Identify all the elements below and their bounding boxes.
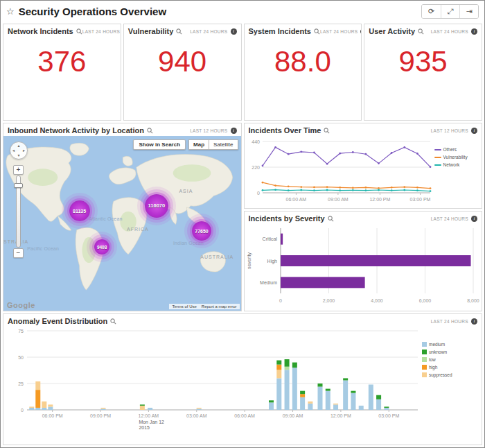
bottom-row: Anomaly Event Distribution LAST 24 HOURS… [3, 313, 482, 445]
magnifier-icon[interactable] [176, 28, 182, 35]
legend-item-medium[interactable]: medium [422, 342, 475, 347]
legend-label: Network [443, 162, 460, 167]
time-range-label: LAST 24 HOURS [190, 29, 227, 34]
legend-item-vulnerability[interactable]: Vulnerability [434, 155, 479, 160]
map-panel: Inbound Network Activity by Location LAS… [3, 123, 242, 311]
info-icon[interactable]: i [231, 28, 237, 35]
svg-text:12:00 AM: 12:00 AM [139, 413, 159, 418]
legend-label: low [429, 357, 436, 362]
incidents-by-severity-chart[interactable]: 02,0004,0006,0008,000CriticalHighMediums… [245, 224, 480, 306]
magnifier-icon[interactable] [76, 28, 82, 35]
zoom-slider[interactable] [16, 175, 21, 248]
pan-left-button[interactable]: ◂ [12, 148, 15, 153]
page-title: Security Operations Overview [19, 6, 166, 17]
legend-swatch [434, 164, 441, 166]
panel-header: Network Incidents LAST 24 HOURS i [3, 24, 121, 37]
magnifier-icon[interactable] [324, 128, 330, 134]
map-zoom-control: + − [13, 165, 24, 258]
dashboard-header: ☆ Security Operations Overview ⟳ ⤢ ⇥ [1, 1, 484, 21]
info-icon[interactable]: i [360, 28, 362, 35]
incidents-by-severity-panel: Incidents by Severity LAST 24 HOURS i 02… [244, 211, 483, 311]
map-type-button[interactable]: Map [188, 139, 209, 150]
magnifier-icon[interactable] [110, 318, 116, 325]
middle-row: Inbound Network Activity by Location LAS… [3, 123, 482, 311]
map-marker-east-asia[interactable]: 77650 [192, 221, 211, 241]
refresh-button[interactable]: ⟳ [422, 5, 441, 18]
legend-item-others[interactable]: Others [434, 147, 479, 152]
kpi-panel-system-incidents: System Incidents LAST 24 HOURS i 88.0 [244, 24, 362, 121]
legend-item-suppressed[interactable]: suppressed [422, 372, 475, 377]
svg-text:Mon Jan 12: Mon Jan 12 [139, 420, 164, 424]
kpi-value[interactable]: 376 [3, 45, 121, 78]
svg-text:03:00 AM: 03:00 AM [186, 413, 207, 418]
legend-label: suppressed [429, 372, 452, 377]
report-map-error-link[interactable]: Report a map error [202, 304, 237, 309]
kpi-value[interactable]: 940 [124, 45, 241, 78]
zoom-out-button[interactable]: − [13, 248, 24, 258]
map-marker-south-america[interactable]: 9408 [94, 239, 109, 255]
pan-right-button[interactable]: ▸ [23, 148, 25, 153]
svg-text:220: 220 [252, 165, 260, 170]
terms-of-use-link[interactable]: Terms of Use [172, 304, 196, 309]
panel-header: User Activity LAST 24 HOURS i [364, 24, 482, 37]
info-icon[interactable]: i [471, 28, 477, 35]
svg-text:06:00 AM: 06:00 AM [234, 413, 255, 418]
pan-down-button[interactable]: ▾ [17, 153, 19, 157]
marker-count: 116070 [148, 203, 166, 209]
svg-text:Critical: Critical [262, 236, 277, 241]
time-range-label: LAST 12 HOURS [431, 128, 468, 133]
map-marker-north-america[interactable]: 81135 [69, 200, 90, 221]
fullscreen-button[interactable]: ⤢ [441, 5, 459, 18]
satellite-type-button[interactable]: Satellite [209, 139, 238, 150]
info-icon[interactable]: i [231, 128, 237, 134]
svg-text:09:00 AM: 09:00 AM [283, 413, 303, 418]
magnifier-icon[interactable] [328, 216, 334, 222]
svg-text:0: 0 [279, 298, 282, 303]
panel-header: Anomaly Event Distribution LAST 24 HOURS… [3, 314, 482, 327]
info-icon[interactable]: i [471, 216, 477, 222]
time-range-label: LAST 24 HOURS [82, 29, 120, 34]
map-attribution: Terms of Use Report a map error [169, 304, 239, 309]
magnifier-icon[interactable] [314, 28, 320, 35]
legend-item-unknown[interactable]: unknown [422, 350, 475, 354]
fullscreen-icon: ⤢ [448, 7, 454, 16]
panel-header: Inbound Network Activity by Location LAS… [3, 123, 241, 136]
panel-header: System Incidents LAST 24 HOURS i [245, 24, 362, 37]
info-icon[interactable]: i [471, 318, 477, 325]
google-logo[interactable]: Google [7, 301, 35, 309]
map-marker-europe[interactable]: 116070 [145, 194, 168, 218]
time-range-label: LAST 12 HOURS [190, 128, 227, 133]
map-label-atlantic-ocean: Atlantic Ocean [89, 216, 122, 221]
kpi-value[interactable]: 935 [364, 45, 482, 78]
export-button[interactable]: ⇥ [459, 5, 478, 18]
map-canvas[interactable]: ASIA AFRICA AUSTRALIA STRALIA Atlantic O… [3, 136, 241, 311]
zoom-in-button[interactable]: + [13, 165, 24, 175]
panel-title: User Activity [369, 27, 415, 35]
svg-text:25: 25 [18, 381, 24, 386]
incidents-over-time-chart[interactable]: 022044006:00 AM09:00 AM12:00 PM03:00 PM [245, 136, 434, 204]
magnifier-icon[interactable] [418, 28, 424, 35]
legend-item-network[interactable]: Network [434, 162, 479, 167]
svg-text:03:00 PM: 03:00 PM [409, 197, 430, 202]
favorite-star-icon[interactable]: ☆ [6, 6, 15, 17]
svg-text:0: 0 [21, 408, 24, 413]
info-icon[interactable]: i [471, 128, 477, 134]
kpi-value[interactable]: 88.0 [245, 45, 362, 78]
zoom-slider-handle[interactable] [14, 183, 23, 188]
dashboard-body: Network Incidents LAST 24 HOURS i 376 Vu… [1, 21, 484, 447]
svg-text:Medium: Medium [260, 280, 277, 285]
map-buttons: Show in Search Map Satellite [133, 139, 238, 150]
chart-body: 02,0004,0006,0008,000CriticalHighMediums… [245, 224, 482, 311]
magnifier-icon[interactable] [147, 128, 153, 134]
panel-title: Incidents by Severity [249, 214, 325, 223]
anomaly-distribution-chart[interactable]: 025507506:00 PM09:00 PM12:00 AM03:00 AM0… [6, 327, 422, 431]
svg-text:High: High [267, 259, 277, 264]
panel-title: Anomaly Event Distribution [8, 317, 107, 325]
legend-item-low[interactable]: low [422, 357, 475, 362]
map-pan-control[interactable]: ▴ ▾ ◂ ▸ [10, 141, 28, 160]
legend-label: Others [443, 147, 457, 152]
legend-item-high[interactable]: high [422, 365, 475, 370]
pan-up-button[interactable]: ▴ [17, 144, 19, 148]
panel-title: Vulnerability [128, 27, 174, 35]
show-in-search-button[interactable]: Show in Search [133, 139, 186, 150]
